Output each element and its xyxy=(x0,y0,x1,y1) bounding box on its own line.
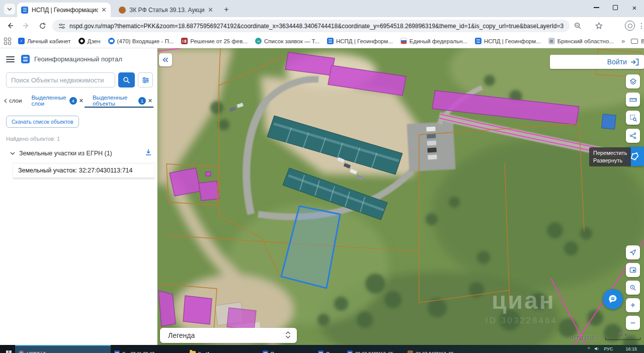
my-location-button[interactable] xyxy=(626,245,640,259)
window-minimize-button[interactable] xyxy=(587,0,606,15)
layers-icon xyxy=(629,77,637,86)
tab-nspd[interactable]: НСПД | Геоинформационный ✕ xyxy=(17,3,111,17)
login-label: Войти xyxy=(607,58,627,66)
tab-selected-layers[interactable]: Выделенные слои 4 ✕ xyxy=(27,95,88,107)
scale-label: 20 м xyxy=(618,332,628,337)
tab-layers[interactable]: слои xyxy=(0,98,27,104)
tab-selected-objects[interactable]: Выделенные объекты 1 ✕ xyxy=(88,95,157,107)
overview-map-button[interactable] xyxy=(626,263,640,277)
back-button[interactable] xyxy=(4,20,16,32)
sidebar-tabs: слои Выделенные слои 4 ✕ Выделенные объе… xyxy=(0,95,157,107)
tk-icon: тк xyxy=(255,38,262,44)
scale-line xyxy=(605,337,640,340)
download-group-button[interactable] xyxy=(145,149,152,158)
tab-close-icon[interactable]: ✕ xyxy=(208,6,213,14)
bookmark-item[interactable]: Брянский областно... xyxy=(548,38,614,44)
bookmark-item[interactable]: (470) Входящие - П... xyxy=(108,38,174,44)
sidebar: Геоинформационный портал слои Выделенные… xyxy=(0,48,157,345)
reload-button[interactable] xyxy=(36,20,48,32)
bookmark-item[interactable]: ткСписок заявок — Т... xyxy=(255,38,319,44)
watermark-id: ID 303228464 xyxy=(486,316,557,326)
share-button[interactable] xyxy=(626,129,640,143)
window-close-button[interactable]: × xyxy=(625,0,644,15)
nspd-icon xyxy=(327,38,334,44)
tab-title: НСПД | Геоинформационный xyxy=(32,7,98,14)
screen: НСПД | Геоинформационный ✕ ЗК РФ Статья … xyxy=(0,0,644,353)
folder-icon xyxy=(631,39,638,44)
locate-search-icon xyxy=(629,284,637,292)
zoom-indicator-button[interactable] xyxy=(572,20,584,32)
tab2-favicon xyxy=(119,7,126,14)
expand-collapse-icon[interactable] xyxy=(285,331,291,340)
new-tab-button[interactable]: + xyxy=(221,5,231,15)
chevron-down-icon xyxy=(10,152,15,155)
browser-menu-button[interactable]: ⋮ xyxy=(635,20,644,32)
forward-button[interactable] xyxy=(20,20,32,32)
tab-zkrf[interactable]: ЗК РФ Статья 39.13. Аукцион п ✕ xyxy=(115,3,217,17)
parcel-list-item[interactable]: Земельный участок: 32:27:0430113:714 xyxy=(13,163,154,178)
chat-assistant-button[interactable] xyxy=(603,289,623,309)
tab-search-button[interactable] xyxy=(4,4,15,15)
select-area-button[interactable] xyxy=(626,111,640,125)
bookmark-item[interactable]: НСПД | Геоинформ... xyxy=(475,38,541,44)
bookmarks-overflow-button[interactable]: » xyxy=(621,37,625,45)
taskbar-document[interactable]: WО... xyxy=(314,345,344,353)
login-bar[interactable]: Войти xyxy=(550,55,644,69)
close-icon[interactable]: ✕ xyxy=(79,98,84,104)
windows-icon xyxy=(6,350,12,353)
apps-grid-icon[interactable] xyxy=(4,38,11,45)
minimize-icon xyxy=(594,7,599,8)
layers-button[interactable] xyxy=(626,74,640,89)
taskbar-document[interactable]: W32-27-0430113_65... xyxy=(344,345,404,353)
url-text: nspd.gov.ru/map?thematic=PKK&zoom=18.687… xyxy=(69,23,564,30)
menu-button[interactable] xyxy=(6,56,15,62)
ruler-icon xyxy=(629,96,637,104)
system-tray[interactable]: ^ РУС 16:15 xyxy=(588,345,644,351)
zoom-in-button[interactable]: + xyxy=(626,298,640,312)
browser-tabstrip: НСПД | Геоинформационный ✕ ЗК РФ Статья … xyxy=(0,0,644,17)
bookmark-item[interactable]: Единый федеральн... xyxy=(400,38,467,44)
bookmark-star-button[interactable] xyxy=(593,20,605,32)
search-input[interactable] xyxy=(6,72,115,87)
all-bookmarks-button[interactable]: Все закладки xyxy=(631,38,644,44)
volume-icon[interactable] xyxy=(594,346,599,351)
bookmark-item[interactable]: НСПД | Геоинформ... xyxy=(327,38,393,44)
close-icon[interactable]: ✕ xyxy=(148,98,152,104)
legend-panel[interactable]: Легенда xyxy=(160,328,297,343)
tooltip-line: Переместить xyxy=(593,149,627,157)
clock[interactable]: 16:15 xyxy=(625,346,637,351)
bookmark-item[interactable]: ✓Личный кабинет xyxy=(18,38,71,44)
site-settings-icon xyxy=(58,23,65,29)
search-icon xyxy=(123,76,130,84)
chrome-icon xyxy=(19,350,24,353)
profile-button[interactable] xyxy=(624,20,636,32)
taskbar-image-file[interactable]: 32-27-0430113_65... xyxy=(404,345,464,353)
windows-taskbar: НСПД | Г... WС... 20.11-20.43 К... И... … xyxy=(0,345,644,353)
taskbar-document[interactable]: WП... xyxy=(259,345,314,353)
start-button[interactable] xyxy=(0,345,15,353)
collapse-sidebar-button[interactable] xyxy=(159,53,172,66)
taskbar-folder[interactable]: К... И... xyxy=(186,345,259,353)
address-bar[interactable]: nspd.gov.ru/map?thematic=PKK&zoom=18.687… xyxy=(52,20,570,32)
measure-button[interactable] xyxy=(626,93,640,107)
bookmark-item[interactable]: Дзен xyxy=(78,38,101,44)
portal-logo-icon xyxy=(21,55,30,63)
language-indicator[interactable]: РУС xyxy=(604,346,613,351)
image-file-icon xyxy=(408,350,413,353)
double-chevron-left-icon xyxy=(163,57,169,62)
bookmark-item[interactable]: Решение от 25 фев... xyxy=(181,38,248,44)
search-settings-button[interactable] xyxy=(138,72,153,87)
tray-caret[interactable]: ^ xyxy=(588,346,590,351)
download-object-list-button[interactable]: Скачать список объектов xyxy=(6,116,79,128)
window-maximize-button[interactable] xyxy=(606,0,625,15)
taskbar-document[interactable]: WС... 20.11-20.43 xyxy=(111,345,186,353)
egrn-group-row[interactable]: Земельные участки из ЕГРН (1) xyxy=(10,149,152,158)
satellite-map[interactable] xyxy=(157,48,644,345)
zoom-out-button[interactable]: − xyxy=(626,316,640,330)
locate-search-button[interactable] xyxy=(626,281,640,295)
tab-close-icon[interactable]: ✕ xyxy=(101,6,107,14)
map-viewport[interactable]: Войти Переместить Развернуть xyxy=(157,48,644,345)
share-icon xyxy=(629,132,637,140)
search-button[interactable] xyxy=(118,72,135,87)
taskbar-chrome-window[interactable]: НСПД | Г... xyxy=(15,345,111,353)
